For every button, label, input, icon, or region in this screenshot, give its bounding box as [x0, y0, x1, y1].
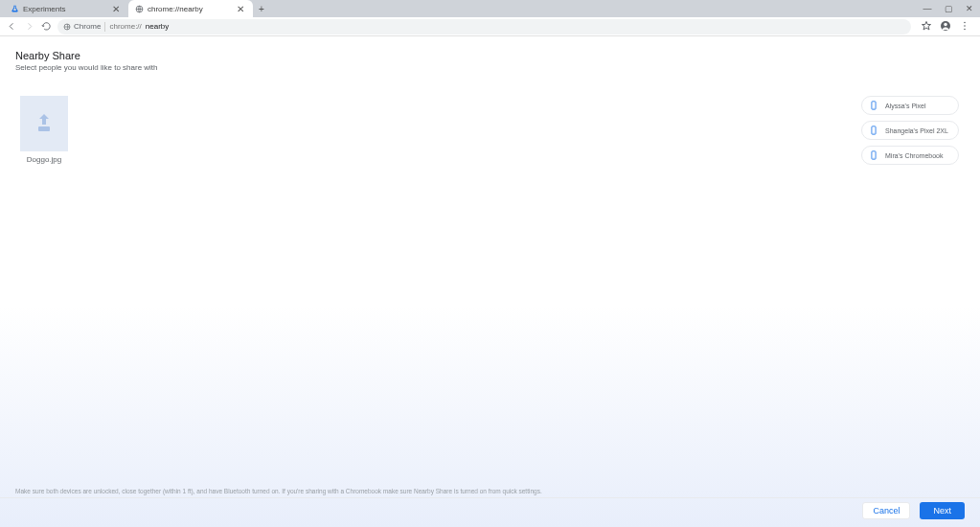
svg-point-9 [874, 108, 875, 109]
device-item[interactable]: Alyssa's Pixel [861, 96, 959, 115]
svg-point-5 [964, 25, 966, 27]
page-title: Nearby Share [15, 50, 965, 61]
maximize-button[interactable]: ▢ [938, 0, 959, 17]
device-label: Shangela's Pixel 2XL [885, 127, 948, 134]
file-thumbnail [20, 96, 68, 151]
reload-button[interactable] [40, 21, 52, 33]
phone-icon [868, 125, 879, 136]
new-tab-button[interactable]: + [253, 0, 270, 17]
close-window-button[interactable]: ✕ [959, 0, 980, 17]
tab-experiments[interactable]: Experiments ✕ [4, 0, 128, 17]
device-item[interactable]: Mira's Chromebook [861, 146, 959, 165]
address-bar[interactable]: Chrome chrome://nearby [57, 19, 911, 34]
share-file-item[interactable]: Doggo.jpg [20, 96, 68, 164]
phone-icon [868, 100, 879, 111]
device-label: Alyssa's Pixel [885, 103, 926, 109]
tab-strip: Experiments ✕ chrome://nearby ✕ + — ▢ ✕ [0, 0, 980, 17]
svg-point-3 [944, 22, 947, 26]
overflow-menu-icon[interactable] [959, 18, 970, 35]
url-scheme: chrome:// [109, 22, 141, 31]
close-icon[interactable]: ✕ [236, 4, 245, 13]
profile-icon[interactable] [940, 18, 951, 35]
page-subtitle: Select people you would like to share wi… [15, 63, 965, 72]
toolbar: Chrome chrome://nearby [0, 17, 980, 36]
tab-label: chrome://nearby [148, 5, 232, 13]
svg-point-4 [964, 21, 966, 23]
window-controls: — ▢ ✕ [917, 0, 980, 17]
site-chip-label: Chrome [74, 22, 101, 31]
page-header: Nearby Share Select people you would lik… [0, 36, 980, 72]
svg-point-13 [874, 158, 875, 159]
cancel-button[interactable]: Cancel [862, 502, 910, 519]
svg-rect-7 [38, 126, 50, 131]
close-icon[interactable]: ✕ [111, 4, 121, 13]
bookmark-icon[interactable] [921, 18, 932, 35]
svg-point-6 [964, 28, 966, 30]
separator [0, 497, 980, 498]
svg-point-11 [874, 133, 875, 134]
minimize-button[interactable]: — [917, 0, 938, 17]
device-list: Alyssa's Pixel Shangela's Pixel 2XL Mira… [861, 96, 959, 165]
divider [104, 22, 105, 32]
next-button[interactable]: Next [920, 502, 965, 519]
device-item[interactable]: Shangela's Pixel 2XL [861, 121, 959, 140]
hint-text: Make sure both devices are unlocked, clo… [15, 488, 542, 494]
footer-actions: Cancel Next [862, 502, 965, 519]
flask-icon [10, 4, 19, 13]
page-content: Nearby Share Select people you would lik… [0, 36, 980, 527]
back-button[interactable] [6, 21, 17, 33]
phone-icon [868, 149, 879, 161]
toolbar-right [917, 18, 974, 35]
device-label: Mira's Chromebook [885, 152, 943, 159]
tab-nearby[interactable]: chrome://nearby ✕ [128, 0, 253, 17]
site-chip: Chrome [63, 22, 101, 31]
file-name: Doggo.jpg [27, 155, 61, 164]
forward-button[interactable] [23, 21, 34, 33]
tab-label: Experiments [23, 5, 107, 13]
globe-icon [134, 4, 144, 13]
url-path: nearby [146, 22, 169, 31]
